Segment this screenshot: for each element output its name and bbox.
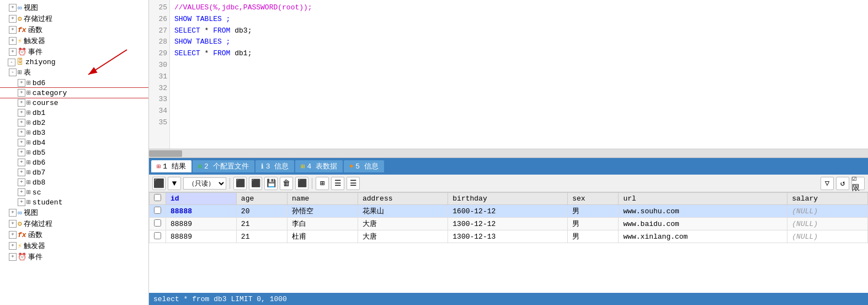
funcs2-icon: fx: [18, 231, 26, 239]
expand-db5[interactable]: +: [18, 149, 25, 156]
sidebar-item-views2[interactable]: + ∞ 视图: [0, 207, 148, 218]
expand-db3[interactable]: +: [18, 129, 25, 136]
sidebar-item-stored2[interactable]: + ⚙ 存储过程: [0, 218, 148, 229]
expand-funcs2[interactable]: +: [9, 231, 17, 239]
scroll-thumb[interactable]: [149, 150, 182, 157]
expand-zhiyong[interactable]: -: [8, 59, 15, 66]
expand-events1[interactable]: +: [9, 48, 17, 56]
toolbar-delete-btn[interactable]: 🗑: [280, 177, 293, 190]
sidebar-item-db3[interactable]: + ⊞ db3: [0, 128, 148, 138]
expand-db2[interactable]: +: [18, 119, 25, 127]
expand-db8[interactable]: +: [18, 178, 25, 186]
row3-checkbox[interactable]: [154, 232, 161, 239]
expand-triggers1[interactable]: +: [9, 37, 17, 45]
expand-category[interactable]: +: [18, 89, 25, 97]
sidebar-item-events2[interactable]: + ⏰ 事件: [0, 251, 148, 262]
sidebar-item-db5[interactable]: + ⊞ db5: [0, 148, 148, 157]
th-url: url: [619, 193, 787, 205]
tab-config[interactable]: ⊞ 2 个配置文件: [193, 160, 254, 172]
tab-info1[interactable]: ℹ 3 信息: [255, 160, 295, 172]
data-table-area: id age name address birthday sex url sal…: [149, 192, 868, 293]
row1-checkbox[interactable]: [154, 207, 161, 214]
expand-sc[interactable]: +: [18, 188, 25, 196]
toolbar-grid-btn[interactable]: ⊞: [316, 177, 329, 190]
sidebar-item-bd6[interactable]: + ⊞ bd6: [0, 78, 148, 88]
sidebar-item-tables-zhiyong[interactable]: - ⊞ 表: [0, 67, 148, 78]
category-label: category: [33, 89, 67, 97]
sidebar-item-db8[interactable]: + ⊞ db8: [0, 177, 148, 187]
sidebar-item-funcs1[interactable]: + fx 函数: [0, 24, 148, 35]
toolbar-form-btn[interactable]: ☰: [347, 177, 360, 190]
tab-config-label: 2 个配置文件: [204, 161, 249, 171]
sidebar-item-events1[interactable]: + ⏰ 事件: [0, 46, 148, 57]
th-checkbox: [150, 193, 166, 205]
status-text: select * from db3 LIMIT 0, 1000: [153, 295, 287, 303]
expand-student[interactable]: +: [18, 198, 25, 206]
expand-tables-zhiyong[interactable]: -: [9, 69, 17, 76]
expand-bd6[interactable]: +: [18, 79, 25, 87]
sidebar-item-triggers1[interactable]: + ⚡ 触发器: [0, 35, 148, 46]
toolbar-list-btn[interactable]: ☰: [331, 177, 344, 190]
sidebar-item-db7[interactable]: + ⊞ db7: [0, 167, 148, 177]
sidebar-item-zhiyong[interactable]: - 🗄 zhiyong: [0, 57, 148, 67]
toolbar-right: ▽ ↺ ☑限: [821, 177, 865, 190]
stored2-icon: ⚙: [18, 219, 22, 228]
sidebar-item-stored1[interactable]: + ⚙ 存储过程: [0, 13, 148, 24]
db6-label: db6: [33, 159, 45, 167]
expand-db6[interactable]: +: [18, 159, 25, 166]
select-all-checkbox[interactable]: [154, 194, 161, 201]
sidebar-item-course[interactable]: + ⊞ course: [0, 98, 148, 108]
code-content[interactable]: //VALUES(%,jdbc,PASSWORD(root)); SHOW TA…: [170, 0, 868, 149]
toolbar-filter-btn[interactable]: ▽: [821, 177, 834, 190]
expand-views1[interactable]: +: [9, 4, 17, 12]
th-sex: sex: [568, 193, 619, 205]
btn1-icon: ⬛: [236, 178, 245, 188]
mode-select[interactable]: （只读）可编辑: [183, 177, 226, 190]
toolbar-btn1[interactable]: ⬛: [233, 177, 247, 190]
sidebar: + ∞ 视图 + ⚙ 存储过程 + fx 函数 + ⚡ 触发器 + ⏰ 事件 -…: [0, 0, 149, 305]
sidebar-item-funcs2[interactable]: + fx 函数: [0, 229, 148, 240]
tab-info2[interactable]: ● 5 信息: [344, 160, 384, 172]
th-name: name: [287, 193, 358, 205]
expand-db7[interactable]: +: [18, 169, 25, 176]
toolbar-dropdown-btn[interactable]: ▼: [168, 177, 181, 190]
expand-stored1[interactable]: +: [9, 15, 17, 23]
sidebar-item-db4[interactable]: + ⊞ db4: [0, 138, 148, 148]
tab-tabledata[interactable]: ⊞ 4 表数据: [295, 160, 343, 172]
expand-triggers2[interactable]: +: [9, 242, 17, 250]
db2-label: db2: [33, 119, 45, 127]
expand-stored2[interactable]: +: [9, 220, 17, 228]
events1-label: 事件: [28, 47, 42, 57]
sidebar-item-category[interactable]: + ⊞ category: [0, 88, 148, 98]
toolbar-sync-btn[interactable]: ↺: [836, 177, 849, 190]
toolbar-btn2[interactable]: ⬛: [249, 177, 262, 190]
sidebar-item-views1[interactable]: + ∞ 视图: [0, 2, 148, 13]
toolbar-check-btn[interactable]: ☑限: [851, 177, 865, 190]
td-salary-1: (NULL): [787, 205, 868, 218]
sidebar-item-db1[interactable]: + ⊞ db1: [0, 108, 148, 118]
tab-result[interactable]: ⊞ 1 结果: [151, 160, 191, 172]
expand-course[interactable]: +: [18, 99, 25, 107]
db4-label: db4: [33, 139, 45, 147]
expand-db1[interactable]: +: [18, 109, 25, 117]
sidebar-item-student[interactable]: + ⊞ student: [0, 197, 148, 207]
toolbar-refresh-btn[interactable]: ⬛: [152, 177, 166, 190]
toolbar-save-btn[interactable]: 💾: [264, 177, 278, 190]
sidebar-item-db6[interactable]: + ⊞ db6: [0, 157, 148, 167]
result-table: id age name address birthday sex url sal…: [149, 192, 868, 243]
tables-zhiyong-icon: ⊞: [18, 68, 22, 77]
toolbar-btn5[interactable]: ⬛: [295, 177, 308, 190]
sidebar-item-triggers2[interactable]: + ⚡ 触发器: [0, 240, 148, 251]
expand-events2[interactable]: +: [9, 253, 17, 261]
horizontal-scrollbar[interactable]: [149, 149, 868, 158]
row2-checkbox[interactable]: [154, 219, 161, 227]
expand-views2[interactable]: +: [9, 209, 17, 217]
expand-db4[interactable]: +: [18, 139, 25, 146]
sidebar-item-db2[interactable]: + ⊞ db2: [0, 118, 148, 128]
expand-funcs1[interactable]: +: [9, 26, 17, 34]
views2-icon: ∞: [18, 209, 22, 217]
events2-icon: ⏰: [18, 253, 26, 261]
sidebar-item-sc[interactable]: + ⊞ sc: [0, 187, 148, 197]
views1-label: 视图: [24, 3, 38, 13]
bd6-icon: ⊞: [26, 78, 31, 87]
